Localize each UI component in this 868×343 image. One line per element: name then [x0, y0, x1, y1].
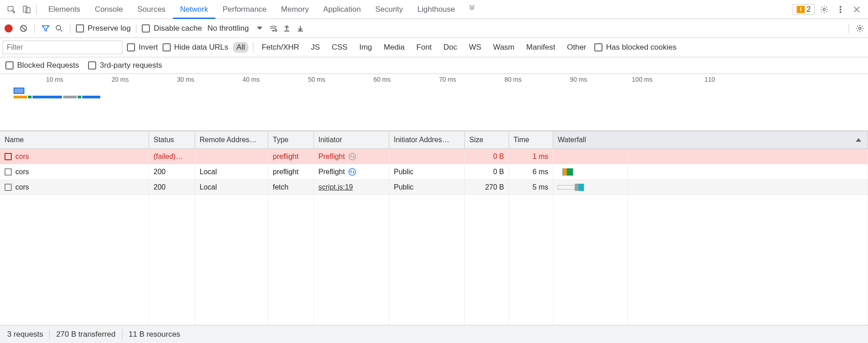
- col-size[interactable]: Size: [465, 131, 509, 148]
- col-type[interactable]: Type: [268, 131, 314, 148]
- tab-memory[interactable]: Memory: [274, 0, 316, 19]
- col-initiator[interactable]: Initiator: [314, 131, 389, 148]
- tab-application[interactable]: Application: [316, 0, 368, 19]
- type-filter-font[interactable]: Font: [413, 42, 435, 53]
- filter-input[interactable]: [3, 41, 122, 54]
- overview-segment: [63, 96, 77, 98]
- third-party-label: 3rd-party requests: [100, 61, 162, 70]
- tab-elements[interactable]: Elements: [41, 0, 88, 19]
- overview-timeline[interactable]: 10 ms 20 ms 30 ms 40 ms 50 ms 60 ms 70 m…: [0, 74, 868, 131]
- file-icon: [5, 153, 12, 160]
- has-blocked-cookies-checkbox[interactable]: Has blocked cookies: [594, 43, 677, 52]
- network-toolbar: Preserve log Disable cache No throttling: [0, 19, 868, 38]
- cell-type: preflight: [268, 164, 314, 179]
- table-row[interactable]: cors 200 Local preflight Preflight Publi…: [0, 164, 868, 180]
- type-filter-doc[interactable]: Doc: [440, 42, 461, 53]
- network-settings-gear-icon[interactable]: [854, 23, 865, 34]
- type-filter-wasm[interactable]: Wasm: [490, 42, 518, 53]
- type-filter-manifest[interactable]: Manifest: [523, 42, 559, 53]
- svg-point-10: [275, 29, 277, 31]
- cell-time: 1 ms: [509, 149, 553, 164]
- invert-label: Invert: [139, 43, 158, 52]
- search-icon[interactable]: [54, 23, 65, 34]
- svg-point-13: [349, 168, 355, 175]
- tab-security[interactable]: Security: [368, 0, 410, 19]
- tick-label: 70 ms: [439, 76, 456, 83]
- disable-cache-checkbox[interactable]: Disable cache: [142, 24, 202, 33]
- tab-lighthouse[interactable]: Lighthouse: [410, 0, 462, 19]
- status-bar: 3 requests 270 B transferred 11 B resour…: [0, 325, 868, 343]
- cell-waterfall-ext: [628, 164, 868, 179]
- type-filter-media[interactable]: Media: [380, 42, 408, 53]
- type-filter-css[interactable]: CSS: [328, 42, 351, 53]
- cell-initiator[interactable]: Preflight: [314, 164, 389, 179]
- overview-segment: [28, 96, 32, 98]
- svg-point-9: [273, 30, 274, 31]
- network-conditions-icon[interactable]: [268, 23, 279, 34]
- throttling-selector[interactable]: No throttling: [205, 24, 265, 33]
- svg-rect-1: [23, 6, 27, 12]
- col-remote-address[interactable]: Remote Addres…: [195, 131, 268, 148]
- cell-waterfall: [553, 164, 628, 179]
- cell-type: fetch: [268, 180, 314, 195]
- invert-checkbox[interactable]: Invert: [127, 43, 158, 52]
- devtools-tabbar: Elements Console Sources Network Perform…: [0, 0, 868, 19]
- cell-name: cors: [0, 149, 149, 164]
- file-icon: [5, 184, 12, 191]
- col-name[interactable]: Name: [0, 131, 149, 148]
- svg-point-11: [859, 27, 861, 29]
- requests-table: Name Status Remote Addres… Type Initiato…: [0, 131, 868, 325]
- issues-badge[interactable]: ! 2: [793, 4, 815, 15]
- initiator-link[interactable]: script.js:19: [318, 183, 353, 191]
- table-header: Name Status Remote Addres… Type Initiato…: [0, 131, 868, 149]
- cell-initiator-address: Public: [389, 180, 465, 195]
- more-tabs-chevron-icon[interactable]: [465, 0, 479, 14]
- tick-label: 40 ms: [243, 76, 260, 83]
- type-filter-all[interactable]: All: [233, 42, 249, 53]
- filter-bar-row2: Blocked Requests 3rd-party requests: [0, 57, 868, 74]
- tab-sources[interactable]: Sources: [130, 0, 173, 19]
- svg-point-8: [56, 25, 61, 30]
- preserve-log-checkbox[interactable]: Preserve log: [76, 24, 131, 33]
- panel-tabs: Elements Console Sources Network Perform…: [41, 0, 479, 19]
- tick-label: 50 ms: [308, 76, 325, 83]
- type-filter-img[interactable]: Img: [355, 42, 375, 53]
- kebab-menu-icon[interactable]: [834, 3, 847, 16]
- col-status[interactable]: Status: [149, 131, 195, 148]
- upload-har-icon[interactable]: [281, 23, 292, 34]
- status-requests: 3 requests: [7, 330, 43, 339]
- record-button[interactable]: [5, 24, 13, 32]
- table-row[interactable]: cors 200 Local fetch script.js:19 Public…: [0, 180, 868, 195]
- col-time[interactable]: Time: [509, 131, 553, 148]
- cell-initiator[interactable]: Preflight: [314, 149, 389, 164]
- filter-funnel-icon[interactable]: [40, 23, 51, 34]
- col-initiator-address[interactable]: Initiator Addres…: [389, 131, 465, 148]
- tab-network[interactable]: Network: [173, 0, 215, 19]
- download-har-icon[interactable]: [295, 23, 306, 34]
- settings-gear-icon[interactable]: [817, 3, 831, 16]
- col-waterfall-label: Waterfall: [558, 136, 586, 144]
- inspect-element-icon[interactable]: [5, 3, 18, 16]
- issues-count: 2: [807, 5, 811, 14]
- tick-label: 110: [705, 76, 715, 83]
- warning-icon: !: [797, 6, 805, 13]
- col-waterfall[interactable]: Waterfall: [553, 131, 868, 148]
- clear-icon[interactable]: [18, 23, 29, 34]
- tab-performance[interactable]: Performance: [215, 0, 274, 19]
- svg-point-6: [840, 11, 841, 13]
- cell-initiator[interactable]: script.js:19: [314, 180, 389, 195]
- close-devtools-icon[interactable]: [850, 3, 863, 16]
- toggle-device-toolbar-icon[interactable]: [20, 3, 33, 16]
- hide-data-urls-checkbox[interactable]: Hide data URLs: [163, 43, 229, 52]
- type-filter-ws[interactable]: WS: [465, 42, 485, 53]
- table-row[interactable]: cors (failed)… preflight Preflight 0 B 1…: [0, 149, 868, 164]
- tab-console[interactable]: Console: [88, 0, 130, 19]
- third-party-checkbox[interactable]: 3rd-party requests: [88, 61, 162, 70]
- separator: [70, 23, 70, 33]
- tick-label: 60 ms: [373, 76, 391, 83]
- type-filter-fetchxhr[interactable]: Fetch/XHR: [258, 42, 303, 53]
- blocked-requests-checkbox[interactable]: Blocked Requests: [5, 61, 79, 70]
- type-filter-js[interactable]: JS: [308, 42, 324, 53]
- cell-size: 0 B: [465, 149, 509, 164]
- type-filter-other[interactable]: Other: [564, 42, 590, 53]
